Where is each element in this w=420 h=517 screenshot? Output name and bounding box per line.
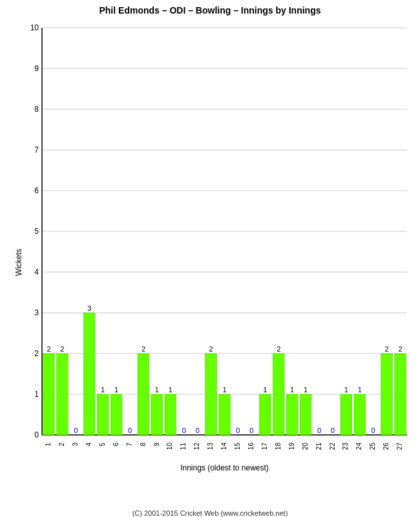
svg-rect-69 xyxy=(273,353,284,435)
svg-rect-38 xyxy=(110,394,122,435)
svg-text:5: 5 xyxy=(99,443,106,447)
svg-text:19: 19 xyxy=(288,443,295,450)
svg-text:1: 1 xyxy=(263,386,267,394)
svg-rect-35 xyxy=(97,394,109,435)
svg-rect-82 xyxy=(341,394,352,435)
svg-text:2: 2 xyxy=(277,345,280,353)
svg-text:5: 5 xyxy=(34,227,39,236)
svg-text:1: 1 xyxy=(169,386,173,394)
y-axis-label: Wickets xyxy=(14,249,23,276)
svg-text:13: 13 xyxy=(207,443,214,450)
svg-text:15: 15 xyxy=(234,443,241,450)
svg-text:2: 2 xyxy=(385,345,389,353)
svg-text:7: 7 xyxy=(126,443,133,447)
svg-rect-90 xyxy=(381,353,393,435)
svg-text:0: 0 xyxy=(249,427,253,434)
chart-title: Phil Edmonds – ODI – Bowling – Innings b… xyxy=(99,5,320,16)
svg-text:1: 1 xyxy=(290,386,294,394)
svg-text:6: 6 xyxy=(34,186,39,195)
svg-text:0: 0 xyxy=(196,427,200,434)
svg-text:1: 1 xyxy=(34,390,39,399)
svg-text:0: 0 xyxy=(74,427,78,434)
svg-text:0: 0 xyxy=(236,427,240,434)
svg-text:22: 22 xyxy=(329,443,336,450)
svg-rect-93 xyxy=(395,353,406,435)
svg-text:1: 1 xyxy=(114,386,118,394)
svg-text:3: 3 xyxy=(72,443,79,447)
svg-text:9: 9 xyxy=(34,64,39,73)
svg-text:2: 2 xyxy=(60,345,64,353)
svg-text:0: 0 xyxy=(128,427,132,434)
svg-rect-46 xyxy=(151,394,163,435)
svg-rect-72 xyxy=(286,394,298,435)
svg-text:Innings (oldest to newest): Innings (oldest to newest) xyxy=(180,463,269,472)
svg-rect-56 xyxy=(205,353,217,435)
svg-text:1: 1 xyxy=(45,443,52,447)
svg-text:1: 1 xyxy=(101,386,105,394)
svg-text:7: 7 xyxy=(34,145,39,154)
svg-text:14: 14 xyxy=(220,443,227,450)
svg-text:23: 23 xyxy=(342,443,349,450)
svg-text:1: 1 xyxy=(358,386,362,394)
svg-text:1: 1 xyxy=(344,386,348,394)
svg-rect-27 xyxy=(56,353,68,435)
svg-text:20: 20 xyxy=(302,443,309,450)
svg-text:11: 11 xyxy=(180,443,187,450)
svg-text:0: 0 xyxy=(34,430,39,439)
svg-text:12: 12 xyxy=(193,443,200,450)
svg-text:2: 2 xyxy=(142,345,145,353)
svg-text:18: 18 xyxy=(275,443,282,450)
svg-text:2: 2 xyxy=(398,345,402,353)
svg-text:16: 16 xyxy=(247,443,255,450)
svg-text:9: 9 xyxy=(153,443,160,447)
svg-text:1: 1 xyxy=(304,386,308,394)
svg-text:25: 25 xyxy=(369,443,376,450)
svg-rect-59 xyxy=(219,394,231,435)
chart-container: Phil Edmonds – ODI – Bowling – Innings b… xyxy=(0,0,420,517)
svg-text:2: 2 xyxy=(58,443,65,447)
svg-rect-85 xyxy=(354,394,366,435)
svg-text:2: 2 xyxy=(34,349,39,358)
svg-text:21: 21 xyxy=(315,443,322,450)
chart-svg: 0123456789102122033415160728191100110122… xyxy=(23,21,414,474)
svg-text:27: 27 xyxy=(396,443,403,450)
svg-rect-32 xyxy=(83,313,95,435)
svg-text:10: 10 xyxy=(30,23,39,32)
svg-text:26: 26 xyxy=(383,443,390,450)
svg-text:2: 2 xyxy=(47,345,50,353)
svg-rect-49 xyxy=(165,394,176,435)
svg-text:17: 17 xyxy=(261,443,268,450)
svg-text:0: 0 xyxy=(182,427,186,434)
svg-text:24: 24 xyxy=(355,443,362,450)
svg-text:2: 2 xyxy=(209,345,213,353)
svg-text:8: 8 xyxy=(34,105,39,114)
footer-text: (C) 2001-2015 Cricket Web (www.cricketwe… xyxy=(132,509,288,517)
svg-text:1: 1 xyxy=(155,386,159,394)
svg-text:3: 3 xyxy=(34,308,39,317)
svg-rect-66 xyxy=(259,394,271,435)
svg-rect-24 xyxy=(43,353,55,435)
svg-rect-43 xyxy=(138,353,149,435)
svg-text:0: 0 xyxy=(372,427,375,434)
svg-text:0: 0 xyxy=(331,427,335,434)
svg-rect-75 xyxy=(300,394,311,435)
svg-text:1: 1 xyxy=(222,386,226,394)
svg-text:10: 10 xyxy=(166,443,173,450)
svg-text:6: 6 xyxy=(112,443,120,447)
svg-text:4: 4 xyxy=(85,443,92,447)
svg-text:8: 8 xyxy=(140,443,147,447)
svg-text:0: 0 xyxy=(317,427,321,434)
svg-text:3: 3 xyxy=(87,304,91,312)
svg-text:4: 4 xyxy=(34,268,39,277)
